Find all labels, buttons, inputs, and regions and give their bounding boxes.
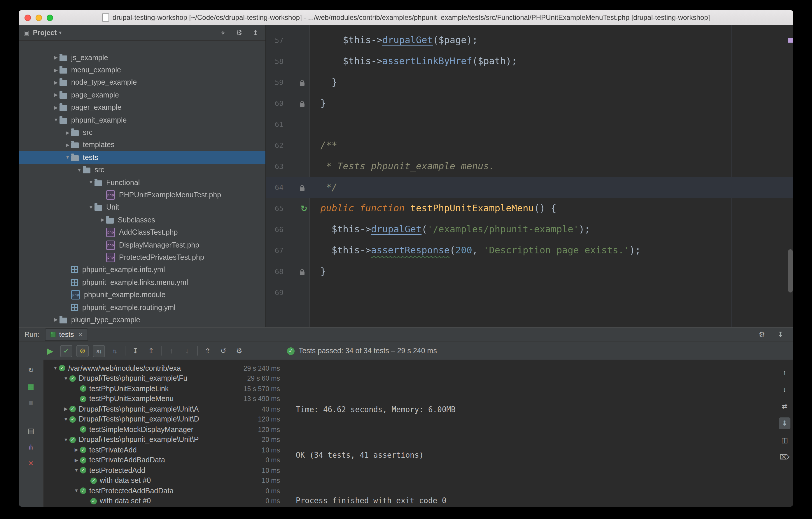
run-settings-button[interactable]: ⚙ xyxy=(233,345,245,357)
gutter-cell[interactable]: 61 xyxy=(266,114,309,135)
show-passed-toggle[interactable]: ✓ xyxy=(60,345,72,357)
gutter-cell[interactable]: 66 xyxy=(266,219,309,240)
test-results-tree[interactable]: ▼✓/var/www/web/modules/contrib/exa29 s 2… xyxy=(44,360,285,507)
expand-arrow-icon[interactable]: ▶ xyxy=(53,317,59,323)
scroll-to-top-button[interactable]: ↑ xyxy=(779,366,790,378)
gutter-cell[interactable]: 65↻ xyxy=(266,198,309,219)
test-item-/var/www/web/modules/contrib/exa[interactable]: ▼✓/var/www/web/modules/contrib/exa29 s 2… xyxy=(44,363,285,373)
next-failed-test-button[interactable]: ↓ xyxy=(181,345,193,357)
project-tree-item-Functional[interactable]: ▼Functional xyxy=(19,176,265,189)
stop-button[interactable]: ■ xyxy=(25,397,37,409)
expand-arrow-icon[interactable]: ▼ xyxy=(53,117,59,122)
scroll-to-bottom-button[interactable]: ↓ xyxy=(779,384,790,395)
code-line-69[interactable]: 69 xyxy=(266,282,793,303)
project-tree-item-phpunit_example.info.yml[interactable]: phpunit_example.info.yml xyxy=(19,264,265,276)
test-item-with data set #0[interactable]: ✓with data set #00 ms xyxy=(44,496,285,506)
expand-arrow-icon[interactable]: ▼ xyxy=(62,417,69,422)
code-line-57[interactable]: 57 $this->drupalGet($page); xyxy=(266,30,793,51)
project-tree-item-phpunit_example.routing.yml[interactable]: phpunit_example.routing.yml xyxy=(19,301,265,314)
code-line-67[interactable]: 67 $this->assertResponse(200, 'Descripti… xyxy=(266,240,793,261)
gutter-cell[interactable]: 68 xyxy=(266,261,309,282)
expand-arrow-icon[interactable]: ▼ xyxy=(87,180,94,185)
import-test-results-button[interactable]: ⇪ xyxy=(202,345,213,357)
expand-arrow-icon[interactable]: ▶ xyxy=(53,105,59,110)
expand-arrow-icon[interactable]: ▼ xyxy=(73,468,80,473)
minimize-window-button[interactable] xyxy=(36,15,42,21)
editor-scrollbar[interactable] xyxy=(787,25,793,327)
code-line-65[interactable]: 65↻ public function testPhpUnitExampleMe… xyxy=(266,198,793,219)
project-tree-item-PHPUnitExampleMenuTest.php[interactable]: phpPHPUnitExampleMenuTest.php xyxy=(19,189,265,201)
expand-arrow-icon[interactable]: ▶ xyxy=(53,55,59,60)
project-tree-item-src[interactable]: ▶src xyxy=(19,127,265,139)
project-tree-item-plugin_type_example[interactable]: ▶plugin_type_example xyxy=(19,313,265,326)
code-line-60[interactable]: 60 } xyxy=(266,93,793,114)
code-line-68[interactable]: 68 } xyxy=(266,261,793,282)
code-editor[interactable]: 57 $this->drupalGet($page);58 $this->ass… xyxy=(266,25,793,327)
settings-button[interactable]: ⚙ xyxy=(756,329,768,340)
expand-arrow-icon[interactable]: ▶ xyxy=(53,67,59,73)
gutter-cell[interactable]: 59 xyxy=(266,72,309,93)
code-line-62[interactable]: 62 /** xyxy=(266,135,793,156)
project-tree-item-phpunit_example.module[interactable]: phpphpunit_example.module xyxy=(19,289,265,301)
gutter-cell[interactable]: 69 xyxy=(266,282,309,303)
expand-arrow-icon[interactable]: ▶ xyxy=(73,458,80,463)
expand-arrow-icon[interactable]: ▼ xyxy=(73,488,80,494)
project-tree-item-pager_example[interactable]: ▶pager_example xyxy=(19,101,265,114)
test-item-with data set #0[interactable]: ✓with data set #010 ms xyxy=(44,475,285,486)
clear-console-button[interactable]: ⌦ xyxy=(779,451,790,463)
close-button[interactable]: ✕ xyxy=(25,458,37,469)
error-stripe-mark[interactable] xyxy=(788,38,793,43)
expand-arrow-icon[interactable]: ▶ xyxy=(53,92,59,98)
test-item-testProtectedAdd[interactable]: ▼✓testProtectedAdd10 ms xyxy=(44,465,285,475)
expand-arrow-icon[interactable]: ▼ xyxy=(87,205,94,210)
project-tree-item-src[interactable]: ▼src xyxy=(19,164,265,176)
test-item-testProtectedAddBadData[interactable]: ▼✓testProtectedAddBadData0 ms xyxy=(44,486,285,496)
project-tree-item-menu_example[interactable]: ▶menu_example xyxy=(19,64,265,77)
collapse-all-button[interactable]: ↥ xyxy=(145,345,157,357)
test-item-testPrivateAddBadData[interactable]: ▶✓testPrivateAddBadData0 ms xyxy=(44,455,285,465)
expand-arrow-icon[interactable]: ▶ xyxy=(62,407,69,412)
sort-by-duration-toggle[interactable]: t↓ xyxy=(109,345,121,357)
project-panel-title[interactable]: Project xyxy=(33,29,57,37)
expand-arrow-icon[interactable]: ▼ xyxy=(52,366,59,371)
project-tree-item-js_example[interactable]: ▶js_example xyxy=(19,51,265,64)
expand-arrow-icon[interactable]: ▶ xyxy=(73,447,80,453)
test-console[interactable]: Time: 46.62 seconds, Memory: 6.00MBOK (3… xyxy=(285,360,793,507)
project-tree-item-DisplayManagerTest.php[interactable]: phpDisplayManagerTest.php xyxy=(19,239,265,251)
project-tree-item-phpunit_example[interactable]: ▼phpunit_example xyxy=(19,114,265,127)
gutter-cell[interactable]: 60 xyxy=(266,93,309,114)
test-item-testSimpleMockDisplayManager[interactable]: ✓testSimpleMockDisplayManager120 ms xyxy=(44,425,285,435)
close-tab-icon[interactable]: ✕ xyxy=(78,331,83,338)
preview-button[interactable]: ▤ xyxy=(25,425,37,437)
test-item-testPrivateAdd[interactable]: ▶✓testPrivateAdd10 ms xyxy=(44,445,285,455)
rerun-button[interactable]: ↻ xyxy=(25,364,37,376)
expand-arrow-icon[interactable]: ▼ xyxy=(64,155,71,160)
scrollbar-thumb[interactable] xyxy=(788,249,793,293)
code-line-66[interactable]: 66 $this->drupalGet('/examples/phpunit-e… xyxy=(266,219,793,240)
expand-arrow-icon[interactable]: ▼ xyxy=(62,437,69,442)
gutter-cell[interactable]: 64 xyxy=(266,177,309,198)
expand-arrow-icon[interactable]: ▶ xyxy=(53,80,59,85)
test-item-Drupal\Tests\phpunit_example\Fu[interactable]: ▼✓Drupal\Tests\phpunit_example\Fu29 s 60… xyxy=(44,373,285,384)
locate-file-button[interactable]: ⌖ xyxy=(218,27,228,38)
split-console-button[interactable]: ◫ xyxy=(779,434,790,446)
titlebar[interactable]: drupal-testing-workshop [~/Code/os/drupa… xyxy=(19,10,793,26)
zoom-window-button[interactable] xyxy=(47,15,53,21)
project-tree-item-node_type_example[interactable]: ▶node_type_example xyxy=(19,77,265,89)
soft-wrap-toggle[interactable]: ⇄ xyxy=(779,401,790,412)
project-tree-item-templates[interactable]: ▶templates xyxy=(19,139,265,151)
gutter-cell[interactable]: 58 xyxy=(266,51,309,72)
attach-debugger-button[interactable]: ⋔ xyxy=(25,441,37,453)
project-tree-item-page_example[interactable]: ▶page_example xyxy=(19,89,265,101)
project-tree-item-ProtectedPrivatesTest.php[interactable]: phpProtectedPrivatesTest.php xyxy=(19,251,265,264)
test-item-Drupal\Tests\phpunit_example\Unit\A[interactable]: ▶✓Drupal\Tests\phpunit_example\Unit\A40 … xyxy=(44,404,285,414)
project-tree-item-tests[interactable]: ▼tests xyxy=(19,151,265,164)
expand-all-button[interactable]: ↧ xyxy=(129,345,141,357)
phpunit-settings-button[interactable]: ▦ xyxy=(25,381,37,392)
tab-tests[interactable]: tests ✕ xyxy=(45,328,88,341)
code-line-58[interactable]: 58 $this->assertLinkByHref($path); xyxy=(266,51,793,72)
run-test-icon[interactable]: ↻ xyxy=(301,204,308,213)
gutter-cell[interactable]: 63 xyxy=(266,156,309,177)
gutter-cell[interactable]: 57 xyxy=(266,30,309,51)
previous-failed-test-button[interactable]: ↑ xyxy=(166,345,177,357)
